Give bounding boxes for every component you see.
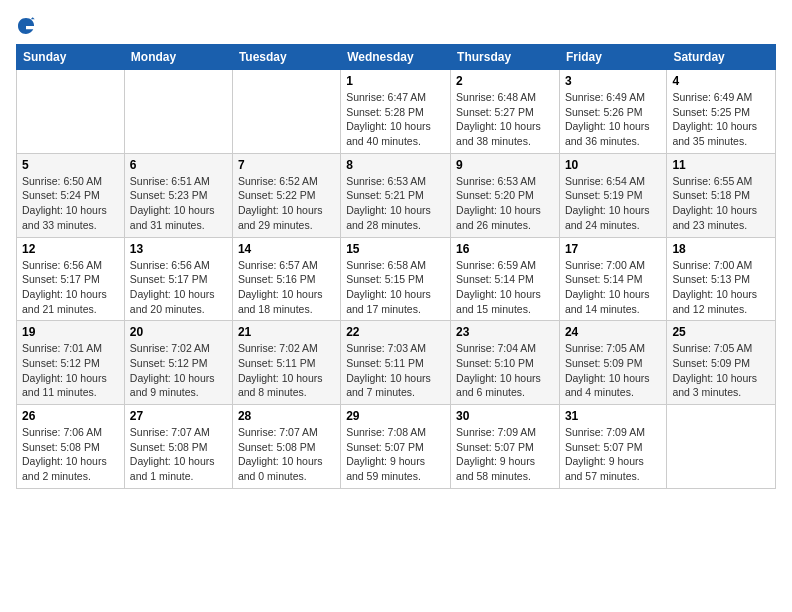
calendar-cell: 3Sunrise: 6:49 AM Sunset: 5:26 PM Daylig… xyxy=(559,70,666,154)
calendar-cell: 22Sunrise: 7:03 AM Sunset: 5:11 PM Dayli… xyxy=(341,321,451,405)
day-number: 19 xyxy=(22,325,119,339)
day-info: Sunrise: 6:52 AM Sunset: 5:22 PM Dayligh… xyxy=(238,174,335,233)
calendar-cell: 16Sunrise: 6:59 AM Sunset: 5:14 PM Dayli… xyxy=(451,237,560,321)
calendar-table: SundayMondayTuesdayWednesdayThursdayFrid… xyxy=(16,44,776,489)
calendar-cell xyxy=(232,70,340,154)
week-row-2: 5Sunrise: 6:50 AM Sunset: 5:24 PM Daylig… xyxy=(17,153,776,237)
day-info: Sunrise: 7:02 AM Sunset: 5:12 PM Dayligh… xyxy=(130,341,227,400)
day-number: 26 xyxy=(22,409,119,423)
calendar-cell: 24Sunrise: 7:05 AM Sunset: 5:09 PM Dayli… xyxy=(559,321,666,405)
day-info: Sunrise: 7:09 AM Sunset: 5:07 PM Dayligh… xyxy=(565,425,661,484)
week-row-1: 1Sunrise: 6:47 AM Sunset: 5:28 PM Daylig… xyxy=(17,70,776,154)
day-info: Sunrise: 6:54 AM Sunset: 5:19 PM Dayligh… xyxy=(565,174,661,233)
day-info: Sunrise: 6:59 AM Sunset: 5:14 PM Dayligh… xyxy=(456,258,554,317)
day-header-sunday: Sunday xyxy=(17,45,125,70)
day-number: 11 xyxy=(672,158,770,172)
day-header-monday: Monday xyxy=(124,45,232,70)
calendar-cell: 8Sunrise: 6:53 AM Sunset: 5:21 PM Daylig… xyxy=(341,153,451,237)
day-info: Sunrise: 6:56 AM Sunset: 5:17 PM Dayligh… xyxy=(130,258,227,317)
calendar-cell: 10Sunrise: 6:54 AM Sunset: 5:19 PM Dayli… xyxy=(559,153,666,237)
day-info: Sunrise: 6:49 AM Sunset: 5:26 PM Dayligh… xyxy=(565,90,661,149)
page-header xyxy=(16,16,776,36)
day-info: Sunrise: 7:07 AM Sunset: 5:08 PM Dayligh… xyxy=(238,425,335,484)
day-info: Sunrise: 7:01 AM Sunset: 5:12 PM Dayligh… xyxy=(22,341,119,400)
day-number: 15 xyxy=(346,242,445,256)
calendar-cell xyxy=(667,405,776,489)
calendar-cell: 2Sunrise: 6:48 AM Sunset: 5:27 PM Daylig… xyxy=(451,70,560,154)
day-info: Sunrise: 6:57 AM Sunset: 5:16 PM Dayligh… xyxy=(238,258,335,317)
calendar-cell: 14Sunrise: 6:57 AM Sunset: 5:16 PM Dayli… xyxy=(232,237,340,321)
calendar-cell: 23Sunrise: 7:04 AM Sunset: 5:10 PM Dayli… xyxy=(451,321,560,405)
calendar-cell: 26Sunrise: 7:06 AM Sunset: 5:08 PM Dayli… xyxy=(17,405,125,489)
calendar-cell: 11Sunrise: 6:55 AM Sunset: 5:18 PM Dayli… xyxy=(667,153,776,237)
day-info: Sunrise: 7:06 AM Sunset: 5:08 PM Dayligh… xyxy=(22,425,119,484)
day-header-thursday: Thursday xyxy=(451,45,560,70)
day-number: 17 xyxy=(565,242,661,256)
day-number: 12 xyxy=(22,242,119,256)
day-info: Sunrise: 6:53 AM Sunset: 5:20 PM Dayligh… xyxy=(456,174,554,233)
day-number: 29 xyxy=(346,409,445,423)
calendar-cell: 15Sunrise: 6:58 AM Sunset: 5:15 PM Dayli… xyxy=(341,237,451,321)
calendar-cell: 20Sunrise: 7:02 AM Sunset: 5:12 PM Dayli… xyxy=(124,321,232,405)
day-number: 5 xyxy=(22,158,119,172)
day-info: Sunrise: 6:51 AM Sunset: 5:23 PM Dayligh… xyxy=(130,174,227,233)
day-number: 21 xyxy=(238,325,335,339)
day-number: 30 xyxy=(456,409,554,423)
day-info: Sunrise: 7:08 AM Sunset: 5:07 PM Dayligh… xyxy=(346,425,445,484)
calendar-cell xyxy=(17,70,125,154)
day-header-saturday: Saturday xyxy=(667,45,776,70)
calendar-cell: 1Sunrise: 6:47 AM Sunset: 5:28 PM Daylig… xyxy=(341,70,451,154)
day-number: 6 xyxy=(130,158,227,172)
logo-icon xyxy=(16,16,36,36)
day-header-friday: Friday xyxy=(559,45,666,70)
day-header-tuesday: Tuesday xyxy=(232,45,340,70)
day-info: Sunrise: 7:03 AM Sunset: 5:11 PM Dayligh… xyxy=(346,341,445,400)
day-number: 10 xyxy=(565,158,661,172)
day-number: 3 xyxy=(565,74,661,88)
calendar-cell xyxy=(124,70,232,154)
day-info: Sunrise: 7:09 AM Sunset: 5:07 PM Dayligh… xyxy=(456,425,554,484)
day-number: 18 xyxy=(672,242,770,256)
day-header-wednesday: Wednesday xyxy=(341,45,451,70)
day-info: Sunrise: 7:02 AM Sunset: 5:11 PM Dayligh… xyxy=(238,341,335,400)
day-number: 2 xyxy=(456,74,554,88)
day-number: 22 xyxy=(346,325,445,339)
calendar-cell: 6Sunrise: 6:51 AM Sunset: 5:23 PM Daylig… xyxy=(124,153,232,237)
day-info: Sunrise: 7:00 AM Sunset: 5:13 PM Dayligh… xyxy=(672,258,770,317)
calendar-cell: 30Sunrise: 7:09 AM Sunset: 5:07 PM Dayli… xyxy=(451,405,560,489)
week-row-3: 12Sunrise: 6:56 AM Sunset: 5:17 PM Dayli… xyxy=(17,237,776,321)
day-info: Sunrise: 7:00 AM Sunset: 5:14 PM Dayligh… xyxy=(565,258,661,317)
day-number: 24 xyxy=(565,325,661,339)
day-info: Sunrise: 7:05 AM Sunset: 5:09 PM Dayligh… xyxy=(672,341,770,400)
calendar-cell: 27Sunrise: 7:07 AM Sunset: 5:08 PM Dayli… xyxy=(124,405,232,489)
calendar-cell: 28Sunrise: 7:07 AM Sunset: 5:08 PM Dayli… xyxy=(232,405,340,489)
calendar-cell: 5Sunrise: 6:50 AM Sunset: 5:24 PM Daylig… xyxy=(17,153,125,237)
day-number: 25 xyxy=(672,325,770,339)
day-number: 27 xyxy=(130,409,227,423)
days-header-row: SundayMondayTuesdayWednesdayThursdayFrid… xyxy=(17,45,776,70)
day-info: Sunrise: 6:58 AM Sunset: 5:15 PM Dayligh… xyxy=(346,258,445,317)
day-info: Sunrise: 6:53 AM Sunset: 5:21 PM Dayligh… xyxy=(346,174,445,233)
day-number: 4 xyxy=(672,74,770,88)
day-info: Sunrise: 6:50 AM Sunset: 5:24 PM Dayligh… xyxy=(22,174,119,233)
calendar-cell: 4Sunrise: 6:49 AM Sunset: 5:25 PM Daylig… xyxy=(667,70,776,154)
calendar-cell: 19Sunrise: 7:01 AM Sunset: 5:12 PM Dayli… xyxy=(17,321,125,405)
calendar-cell: 21Sunrise: 7:02 AM Sunset: 5:11 PM Dayli… xyxy=(232,321,340,405)
day-number: 14 xyxy=(238,242,335,256)
day-number: 23 xyxy=(456,325,554,339)
calendar-cell: 7Sunrise: 6:52 AM Sunset: 5:22 PM Daylig… xyxy=(232,153,340,237)
day-info: Sunrise: 7:05 AM Sunset: 5:09 PM Dayligh… xyxy=(565,341,661,400)
calendar-cell: 9Sunrise: 6:53 AM Sunset: 5:20 PM Daylig… xyxy=(451,153,560,237)
calendar-cell: 25Sunrise: 7:05 AM Sunset: 5:09 PM Dayli… xyxy=(667,321,776,405)
day-number: 28 xyxy=(238,409,335,423)
day-number: 8 xyxy=(346,158,445,172)
calendar-cell: 13Sunrise: 6:56 AM Sunset: 5:17 PM Dayli… xyxy=(124,237,232,321)
day-number: 7 xyxy=(238,158,335,172)
day-number: 16 xyxy=(456,242,554,256)
day-info: Sunrise: 6:55 AM Sunset: 5:18 PM Dayligh… xyxy=(672,174,770,233)
calendar-cell: 31Sunrise: 7:09 AM Sunset: 5:07 PM Dayli… xyxy=(559,405,666,489)
day-info: Sunrise: 6:47 AM Sunset: 5:28 PM Dayligh… xyxy=(346,90,445,149)
day-info: Sunrise: 6:56 AM Sunset: 5:17 PM Dayligh… xyxy=(22,258,119,317)
day-number: 1 xyxy=(346,74,445,88)
day-info: Sunrise: 6:49 AM Sunset: 5:25 PM Dayligh… xyxy=(672,90,770,149)
